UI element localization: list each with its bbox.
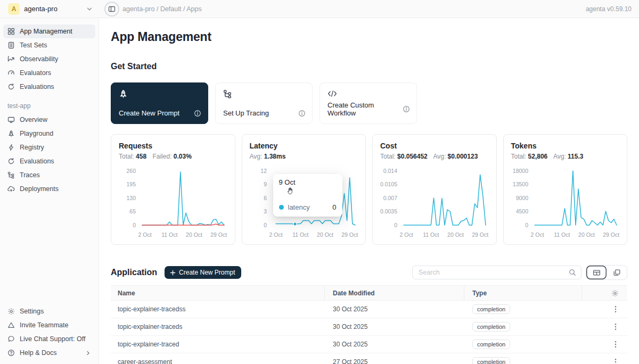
card-label: Create Custom Workflow [327,101,403,117]
app-name: topic-explainer-traced [111,341,325,348]
info-icon[interactable] [194,110,201,117]
workspace-avatar: A [8,3,20,15]
plus-icon [170,270,176,276]
tree-structure-icon [7,171,15,179]
svg-text:0.014: 0.014 [383,168,397,174]
sidebar-item-traces[interactable]: Traces [3,168,95,182]
table-row[interactable]: topic-explainer-traced 30 Oct 2025 compl… [111,336,627,353]
column-header-name[interactable]: Name [111,286,325,300]
info-icon[interactable] [403,105,410,113]
refresh-circle-icon [7,158,15,165]
svg-text:0.007: 0.007 [383,195,397,201]
sidebar-item-registry[interactable]: Registry [3,140,95,154]
test-sets-icon [7,42,15,49]
create-new-prompt-button[interactable]: Create New Prompt [165,266,241,279]
type-badge: completion [472,322,510,332]
sidebar-item-observability[interactable]: Observability [3,52,95,66]
row-menu-kebab-icon[interactable] [582,341,627,348]
series-name: latency [288,203,310,211]
sidebar-item-label: Registry [20,144,44,151]
svg-text:11 Oct: 11 Oct [423,231,439,238]
sidebar-item-overview[interactable]: Overview [3,113,95,127]
hand-cursor-icon [287,187,294,195]
app-name: career-assessment [111,358,325,364]
help-circle-icon [7,349,15,357]
sidebar-item-invite-teammate[interactable]: Invite Teammate [3,318,95,332]
sidebar-item-live-chat[interactable]: Live Chat Support: Off [3,332,95,346]
table-view-button[interactable] [586,266,607,279]
create-new-prompt-card[interactable]: Create New Prompt [111,82,208,124]
row-menu-kebab-icon[interactable] [582,358,627,364]
column-settings-gear-icon[interactable] [611,289,619,297]
column-header-type[interactable]: Type [464,286,582,300]
chart-stats: Total: $0.056452 Avg: $0.000123 [380,153,489,160]
tracing-icon [223,89,305,98]
svg-text:29 Oct: 29 Oct [341,231,358,238]
svg-text:20 Oct: 20 Oct [447,231,464,238]
chart-line-icon [7,55,15,63]
chart-title: Requests [119,142,227,150]
workspace-selector[interactable]: A agenta-pro [0,3,99,15]
table-row[interactable]: topic-explainer-traceds 30 Oct 2025 comp… [111,318,627,336]
svg-text:2 Oct: 2 Oct [138,231,152,238]
set-up-tracing-card[interactable]: Set Up Tracing [215,82,313,124]
cost-line-chart[interactable]: 0.0140.01050.0070.003502 Oct11 Oct20 Oct… [376,166,489,241]
svg-text:9000: 9000 [515,195,528,201]
chevron-right-icon [85,350,91,356]
sidebar-item-evaluators[interactable]: Evaluators [3,66,95,80]
card-label: Create New Prompt [119,109,179,117]
sidebar-item-label: Test Sets [20,42,47,49]
application-heading: Application [111,268,157,277]
applications-table: Name Date Modified Type topic-explainer-… [111,285,627,364]
sidebar-toggle-button[interactable] [104,2,119,16]
svg-text:2 Oct: 2 Oct [269,231,282,238]
create-custom-workflow-card[interactable]: Create Custom Workflow [320,82,417,124]
search-icon[interactable] [569,269,576,276]
search-box [412,266,581,279]
requests-line-chart[interactable]: 2601951306502 Oct11 Oct20 Oct29 Oct [114,166,227,241]
table-row[interactable]: career-assessment 27 Oct 2025 completion [111,353,627,364]
sidebar-item-label: Traces [20,171,40,179]
monitor-icon [7,116,15,123]
sidebar-item-help-docs[interactable]: Help & Docs [3,346,95,360]
app-date-modified: 30 Oct 2025 [325,341,464,348]
chart-stats: Total: 52,806 Avg: 115.3 [511,153,620,160]
row-menu-kebab-icon[interactable] [582,305,627,313]
sidebar-item-deployments[interactable]: Deployments [3,182,95,196]
card-view-button[interactable] [607,266,627,279]
svg-text:195: 195 [126,181,136,187]
svg-text:0: 0 [133,222,136,228]
svg-text:65: 65 [129,208,136,214]
sidebar-item-app-evaluations[interactable]: Evaluations [3,154,95,168]
refresh-circle-icon [7,83,15,90]
info-icon[interactable] [298,110,306,117]
sidebar-item-label: Evaluators [20,69,51,77]
app-version: agenta v0.59.10 [586,5,632,13]
app-name: topic-explainer-tracedss [111,305,325,313]
search-input[interactable] [417,268,569,277]
sidebar-item-label: Evaluations [20,83,54,90]
chart-title: Cost [380,142,489,150]
svg-text:12: 12 [260,168,267,174]
sidebar-item-label: Evaluations [20,158,54,165]
sidebar-item-label: Help & Docs [20,349,56,357]
sidebar-item-evaluations[interactable]: Evaluations [3,80,95,94]
svg-text:29 Oct: 29 Oct [472,231,488,238]
svg-text:18000: 18000 [512,168,528,174]
column-header-date-modified[interactable]: Date Modified [325,286,464,300]
svg-text:2 Oct: 2 Oct [530,231,544,238]
metrics-cards: Requests Total: 458 Failed: 0.03% 260195… [111,134,627,245]
row-menu-kebab-icon[interactable] [582,323,627,330]
svg-text:11 Oct: 11 Oct [161,231,177,238]
sidebar-item-playground[interactable]: Playground [3,127,95,140]
svg-text:11 Oct: 11 Oct [292,231,308,238]
sidebar-item-test-sets[interactable]: Test Sets [3,38,95,52]
svg-text:0.0105: 0.0105 [380,181,397,187]
tokens-line-chart[interactable]: 18000135009000450002 Oct11 Oct20 Oct29 O… [507,166,620,241]
svg-text:0: 0 [394,222,397,228]
sidebar-item-settings[interactable]: Settings [3,304,95,318]
breadcrumb[interactable]: agenta-pro / Default / Apps [122,5,202,13]
table-row[interactable]: topic-explainer-tracedss 30 Oct 2025 com… [111,301,627,318]
svg-text:2 Oct: 2 Oct [400,231,413,238]
sidebar-item-app-management[interactable]: App Management [3,24,95,38]
